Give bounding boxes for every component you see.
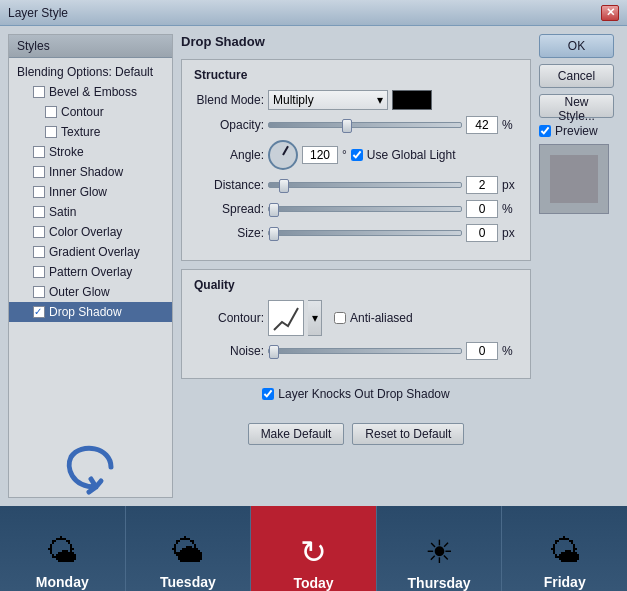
- drop-shadow-label: Drop Shadow: [49, 305, 122, 319]
- weather-day-today[interactable]: ↻ Today: [251, 506, 377, 591]
- anti-aliased-text: Anti-aliased: [350, 311, 413, 325]
- gradient-overlay-checkbox[interactable]: [33, 246, 45, 258]
- noise-slider-track[interactable]: [268, 348, 462, 354]
- close-button[interactable]: ✕: [601, 5, 619, 21]
- size-slider-container: [268, 226, 462, 240]
- size-slider-thumb[interactable]: [269, 227, 279, 241]
- angle-dial[interactable]: [268, 140, 298, 170]
- layer-knocks-row: Layer Knocks Out Drop Shadow: [181, 387, 531, 401]
- center-panel: Drop Shadow Structure Blend Mode: Multip…: [181, 34, 531, 498]
- noise-unit: %: [502, 344, 518, 358]
- contour-checkbox[interactable]: [45, 106, 57, 118]
- inner-glow-checkbox[interactable]: [33, 186, 45, 198]
- opacity-unit: %: [502, 118, 518, 132]
- inner-shadow-label: Inner Shadow: [49, 165, 123, 179]
- angle-value-input[interactable]: [302, 146, 338, 164]
- sidebar-item-pattern-overlay[interactable]: Pattern Overlay: [9, 262, 172, 282]
- size-row: Size: px: [194, 224, 518, 242]
- distance-slider-thumb[interactable]: [279, 179, 289, 193]
- drop-shadow-checkbox[interactable]: [33, 306, 45, 318]
- structure-section: Structure Blend Mode: Multiply ▾ Opacity…: [181, 59, 531, 261]
- inner-shadow-checkbox[interactable]: [33, 166, 45, 178]
- dialog-body: Styles Blending Options: Default Bevel &…: [0, 26, 627, 506]
- layer-knocks-checkbox[interactable]: [262, 388, 274, 400]
- contour-preview[interactable]: [268, 300, 304, 336]
- size-slider-track[interactable]: [268, 230, 462, 236]
- spread-value-input[interactable]: [466, 200, 498, 218]
- anti-aliased-checkbox[interactable]: [334, 312, 346, 324]
- sidebar-item-bevel-emboss[interactable]: Bevel & Emboss: [9, 82, 172, 102]
- distance-label: Distance:: [194, 178, 264, 192]
- angle-row: Angle: ° Use Global Light: [194, 140, 518, 170]
- cancel-button[interactable]: Cancel: [539, 64, 614, 88]
- left-panel: Styles Blending Options: Default Bevel &…: [8, 34, 173, 498]
- noise-value-input[interactable]: [466, 342, 498, 360]
- styles-list: Blending Options: Default Bevel & Emboss…: [9, 58, 172, 437]
- new-style-button[interactable]: New Style...: [539, 94, 614, 118]
- distance-slider-track[interactable]: [268, 182, 462, 188]
- distance-value-input[interactable]: [466, 176, 498, 194]
- reset-to-default-button[interactable]: Reset to Default: [352, 423, 464, 445]
- opacity-slider-thumb[interactable]: [342, 119, 352, 133]
- right-panel: OK Cancel New Style... Preview: [539, 34, 619, 498]
- bevel-emboss-checkbox[interactable]: [33, 86, 45, 98]
- weather-day-thursday[interactable]: ☀ Thursday: [377, 506, 503, 591]
- use-global-light-checkbox[interactable]: [351, 149, 363, 161]
- sidebar-item-color-overlay[interactable]: Color Overlay: [9, 222, 172, 242]
- satin-label: Satin: [49, 205, 76, 219]
- arrow-area: [9, 437, 172, 497]
- preview-label: Preview: [555, 124, 598, 138]
- sidebar-item-blending-options[interactable]: Blending Options: Default: [9, 62, 172, 82]
- title-bar: Layer Style ✕: [0, 0, 627, 26]
- opacity-slider-container: [268, 118, 462, 132]
- spread-slider-track[interactable]: [268, 206, 462, 212]
- satin-checkbox[interactable]: [33, 206, 45, 218]
- stroke-checkbox[interactable]: [33, 146, 45, 158]
- inner-glow-label: Inner Glow: [49, 185, 107, 199]
- spread-row: Spread: %: [194, 200, 518, 218]
- opacity-slider-track[interactable]: [268, 122, 462, 128]
- weather-icon-tuesday: 🌥: [172, 533, 204, 570]
- sidebar-item-inner-glow[interactable]: Inner Glow: [9, 182, 172, 202]
- sidebar-item-stroke[interactable]: Stroke: [9, 142, 172, 162]
- preview-checkbox-input[interactable]: [539, 125, 551, 137]
- sidebar-item-texture[interactable]: Texture: [9, 122, 172, 142]
- sidebar-item-contour[interactable]: Contour: [9, 102, 172, 122]
- opacity-value-input[interactable]: [466, 116, 498, 134]
- weather-bar: 🌤 Monday 🌥 Tuesday ↻ Today ☀ Thursday 🌤 …: [0, 506, 627, 591]
- stroke-label: Stroke: [49, 145, 84, 159]
- outer-glow-checkbox[interactable]: [33, 286, 45, 298]
- distance-unit: px: [502, 178, 518, 192]
- spread-slider-container: [268, 202, 462, 216]
- pattern-overlay-checkbox[interactable]: [33, 266, 45, 278]
- size-value-input[interactable]: [466, 224, 498, 242]
- color-overlay-label: Color Overlay: [49, 225, 122, 239]
- color-overlay-checkbox[interactable]: [33, 226, 45, 238]
- weather-day-monday[interactable]: 🌤 Monday: [0, 506, 126, 591]
- weather-label-tuesday: Tuesday: [160, 574, 216, 590]
- preview-thumbnail: [539, 144, 609, 214]
- ok-button[interactable]: OK: [539, 34, 614, 58]
- weather-label-today: Today: [293, 575, 333, 591]
- sidebar-item-satin[interactable]: Satin: [9, 202, 172, 222]
- weather-label-thursday: Thursday: [408, 575, 471, 591]
- blend-mode-dropdown[interactable]: Multiply ▾: [268, 90, 388, 110]
- gradient-overlay-label: Gradient Overlay: [49, 245, 140, 259]
- anti-aliased-label[interactable]: Anti-aliased: [334, 311, 413, 325]
- blend-mode-row: Blend Mode: Multiply ▾: [194, 90, 518, 110]
- noise-slider-thumb[interactable]: [269, 345, 279, 359]
- use-global-light-label[interactable]: Use Global Light: [351, 148, 456, 162]
- contour-label: Contour: [61, 105, 104, 119]
- weather-day-friday[interactable]: 🌤 Friday: [502, 506, 627, 591]
- make-default-button[interactable]: Make Default: [248, 423, 345, 445]
- texture-checkbox[interactable]: [45, 126, 57, 138]
- sidebar-item-gradient-overlay[interactable]: Gradient Overlay: [9, 242, 172, 262]
- sidebar-item-drop-shadow[interactable]: Drop Shadow: [9, 302, 172, 322]
- sidebar-item-inner-shadow[interactable]: Inner Shadow: [9, 162, 172, 182]
- contour-dropdown-button[interactable]: ▾: [308, 300, 322, 336]
- sidebar-item-outer-glow[interactable]: Outer Glow: [9, 282, 172, 302]
- color-swatch[interactable]: [392, 90, 432, 110]
- opacity-row: Opacity: %: [194, 116, 518, 134]
- spread-slider-thumb[interactable]: [269, 203, 279, 217]
- weather-day-tuesday[interactable]: 🌥 Tuesday: [126, 506, 252, 591]
